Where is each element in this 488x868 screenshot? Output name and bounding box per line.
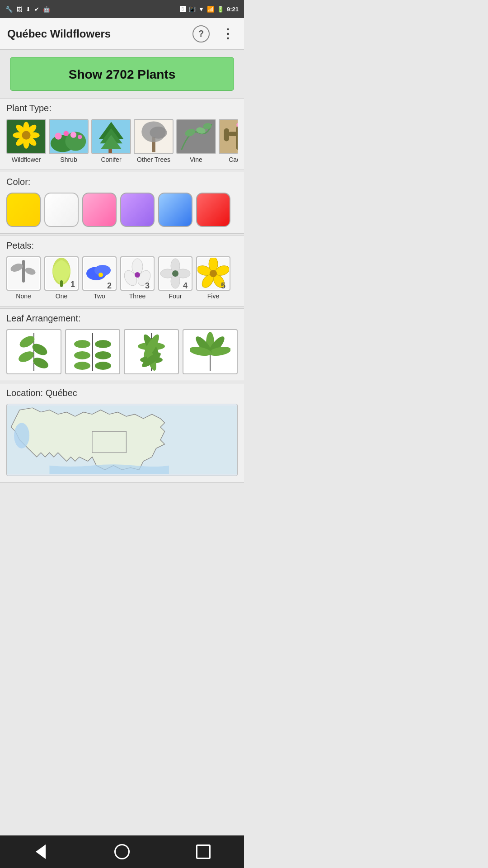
app-bar-icons: ? ⋮ (192, 25, 237, 43)
time: 9:21 (227, 6, 239, 13)
wifi-icon: ▼ (198, 6, 204, 13)
color-label: Color: (6, 177, 238, 187)
svg-rect-40 (22, 260, 25, 283)
plant-type-row: Wildflower Shrub (6, 119, 238, 163)
svg-text:5: 5 (221, 281, 225, 289)
app-title: Québec Wildflowers (7, 28, 192, 40)
plant-type-other-trees[interactable]: Other Trees (134, 119, 174, 163)
vine-label: Vine (190, 156, 202, 163)
plant-type-shrub[interactable]: Shrub (49, 119, 89, 163)
color-section: Color: (0, 172, 244, 234)
color-pink[interactable] (82, 193, 117, 227)
leaf-arrangement-section: Leaf Arrangement: (0, 308, 244, 381)
app-bar: Québec Wildflowers ? ⋮ (0, 18, 244, 50)
petal-none[interactable]: None (6, 256, 41, 300)
location-section: Location: Québec (0, 383, 244, 483)
download-icon: ⬇ (26, 6, 31, 13)
map-container[interactable] (6, 404, 238, 476)
other-trees-image (134, 119, 174, 154)
petal-two[interactable]: 2 Two (82, 256, 117, 300)
wildflower-image (6, 119, 46, 154)
svg-point-83 (74, 362, 90, 370)
petal-four-image: 4 (158, 256, 192, 291)
plant-type-section: Plant Type: (0, 98, 244, 170)
color-yellow[interactable] (6, 193, 41, 227)
petals-row: None 1 One (6, 256, 238, 300)
petals-section: Petals: None (0, 236, 244, 307)
shrub-image (49, 119, 89, 154)
petal-five[interactable]: 5 Five (196, 256, 230, 300)
petal-five-label: Five (207, 292, 219, 300)
svg-rect-45 (60, 280, 63, 287)
vibrate-icon: 📳 (188, 6, 196, 13)
conifer-image (91, 119, 131, 154)
petal-one-label: One (56, 292, 67, 300)
svg-point-63 (172, 270, 178, 277)
bluetooth-icon: 🅱 (180, 6, 186, 13)
svg-point-50 (99, 273, 103, 277)
wrench-icon: 🔧 (5, 6, 13, 13)
svg-point-10 (22, 131, 30, 140)
color-purple[interactable] (120, 193, 155, 227)
petal-three-image: 3 (120, 256, 155, 291)
status-bar: 🔧 🖼 ⬇ ✔ 🤖 🅱 📳 ▼ 📶 🔋 9:21 (0, 0, 244, 18)
petal-three[interactable]: 3 Three (120, 256, 155, 300)
menu-button[interactable]: ⋮ (219, 25, 237, 43)
svg-text:1: 1 (70, 280, 75, 289)
cactus-label: Cactus (229, 156, 238, 163)
svg-point-14 (55, 132, 61, 139)
svg-point-76 (17, 349, 35, 364)
plant-type-conifer[interactable]: Conifer (91, 119, 131, 163)
svg-rect-22 (108, 149, 112, 154)
petal-none-image (6, 256, 41, 291)
svg-rect-35 (224, 128, 229, 142)
status-bar-left: 🔧 🖼 ⬇ ✔ 🤖 (5, 6, 50, 13)
leaf-alternate[interactable] (6, 329, 61, 374)
leaf-whorled[interactable] (124, 329, 179, 374)
color-white[interactable] (44, 193, 79, 227)
conifer-label: Conifer (101, 156, 121, 163)
check-icon: ✔ (34, 6, 39, 13)
color-blue[interactable] (158, 193, 192, 227)
plant-type-cactus[interactable]: Cactus (219, 119, 238, 163)
svg-point-27 (150, 127, 167, 139)
other-trees-label: Other Trees (137, 156, 170, 163)
svg-text:3: 3 (145, 281, 150, 289)
leaf-arrangement-label: Leaf Arrangement: (6, 313, 238, 324)
vine-image (176, 119, 216, 154)
shrub-label: Shrub (60, 156, 77, 163)
svg-point-79 (74, 340, 90, 348)
petal-four-label: Four (169, 292, 182, 300)
petal-five-image: 5 (196, 256, 230, 291)
leaf-palmate[interactable] (183, 329, 238, 374)
svg-point-56 (135, 272, 140, 278)
help-button[interactable]: ? (192, 25, 210, 42)
svg-point-80 (95, 340, 111, 348)
color-red[interactable] (196, 193, 230, 227)
cactus-image (219, 119, 238, 154)
location-label: Location: Québec (6, 388, 238, 398)
petal-one[interactable]: 1 One (44, 256, 79, 300)
leaf-opposite[interactable] (65, 329, 120, 374)
svg-point-71 (210, 270, 217, 277)
color-row (6, 193, 238, 227)
show-plants-button[interactable]: Show 2702 Plants (10, 57, 235, 91)
android-icon: 🤖 (43, 6, 50, 13)
plant-type-label: Plant Type: (6, 103, 238, 113)
signal-icon: 📶 (207, 6, 214, 13)
svg-rect-34 (228, 132, 238, 137)
svg-point-16 (70, 132, 76, 138)
leaf-row (6, 329, 238, 374)
page-content: Show 2702 Plants Plant Type: (0, 57, 244, 521)
petal-four[interactable]: 4 Four (158, 256, 192, 300)
svg-point-17 (78, 135, 82, 139)
plant-type-vine[interactable]: Vine (176, 119, 216, 163)
battery-icon: 🔋 (217, 6, 224, 13)
svg-point-84 (95, 362, 111, 370)
plant-type-wildflower[interactable]: Wildflower (6, 119, 46, 163)
petal-one-image: 1 (44, 256, 79, 291)
svg-point-82 (95, 351, 111, 359)
petals-label: Petals: (6, 241, 238, 251)
petal-three-label: Three (129, 292, 146, 300)
image-icon: 🖼 (16, 6, 22, 13)
